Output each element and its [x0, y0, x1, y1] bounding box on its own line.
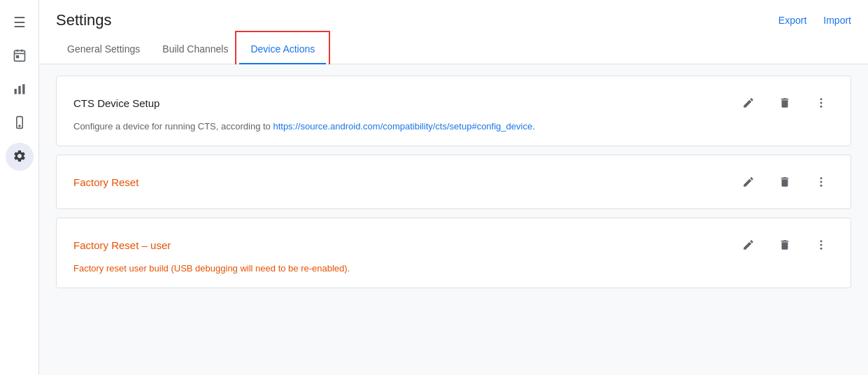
svg-point-13	[820, 177, 823, 179]
svg-point-14	[820, 181, 823, 183]
card-cts-header: CTS Device Setup	[73, 90, 834, 115]
card-cts-title: CTS Device Setup	[73, 97, 159, 109]
sidebar-item-list[interactable]: ☰	[6, 8, 34, 36]
more-factory-reset-user-button[interactable]	[809, 232, 834, 257]
edit-icon	[742, 239, 755, 251]
delete-cts-button[interactable]	[772, 90, 797, 115]
svg-rect-0	[14, 50, 24, 61]
edit-factory-reset-button[interactable]	[736, 169, 761, 194]
svg-point-16	[820, 240, 823, 242]
list-icon: ☰	[13, 15, 26, 29]
card-factory-reset-user-description: Factory reset user build (USB debugging …	[73, 263, 834, 274]
settings-icon	[13, 149, 27, 165]
more-icon	[815, 97, 827, 109]
delete-factory-reset-user-button[interactable]	[772, 232, 797, 257]
edit-icon	[742, 97, 755, 109]
tab-device-actions[interactable]: Device Actions	[239, 35, 326, 64]
delete-icon	[778, 176, 791, 188]
more-factory-reset-button[interactable]	[809, 169, 834, 194]
edit-cts-button[interactable]	[736, 90, 761, 115]
page-header: Settings Export Import	[39, 0, 868, 29]
svg-point-15	[820, 185, 823, 187]
svg-point-18	[820, 248, 823, 250]
delete-factory-reset-button[interactable]	[772, 169, 797, 194]
card-factory-reset-user-actions	[736, 232, 834, 257]
cts-link[interactable]: https://source.android.com/compatibility…	[273, 121, 532, 132]
sidebar-item-calendar[interactable]	[6, 42, 34, 70]
card-factory-reset-user-header: Factory Reset – user	[73, 232, 834, 257]
tab-general-settings[interactable]: General Settings	[56, 35, 151, 64]
device-icon	[13, 115, 27, 132]
tabs-bar: General Settings Build Channels Device A…	[39, 35, 868, 64]
card-factory-reset-user: Factory Reset – user	[56, 218, 851, 288]
sidebar-item-device[interactable]	[6, 109, 34, 137]
import-link[interactable]: Import	[823, 15, 851, 26]
more-icon	[815, 239, 827, 251]
svg-point-17	[820, 244, 823, 246]
svg-rect-5	[14, 89, 16, 94]
svg-point-12	[820, 106, 823, 108]
calendar-icon	[13, 48, 27, 64]
export-link[interactable]: Export	[778, 15, 806, 26]
main-content: Settings Export Import General Settings …	[39, 0, 868, 375]
card-factory-reset: Factory Reset	[56, 155, 851, 209]
svg-point-9	[19, 125, 20, 127]
card-factory-reset-header: Factory Reset	[73, 169, 834, 194]
tab-build-channels[interactable]: Build Channels	[151, 35, 239, 64]
svg-rect-6	[18, 85, 20, 94]
more-cts-button[interactable]	[809, 90, 834, 115]
card-cts-actions	[736, 90, 834, 115]
svg-point-11	[820, 102, 823, 104]
edit-factory-reset-user-button[interactable]	[736, 232, 761, 257]
bar-chart-icon	[13, 82, 27, 98]
header-actions: Export Import	[778, 15, 851, 26]
card-cts-description: Configure a device for running CTS, acco…	[73, 121, 834, 132]
content-area: CTS Device Setup	[39, 64, 868, 375]
card-cts-device-setup: CTS Device Setup	[56, 76, 851, 146]
delete-icon	[778, 239, 791, 251]
sidebar-item-analytics[interactable]	[6, 76, 34, 104]
edit-icon	[742, 176, 755, 188]
svg-point-10	[820, 98, 823, 100]
page-title: Settings	[56, 11, 112, 29]
card-factory-reset-actions	[736, 169, 834, 194]
card-factory-reset-title: Factory Reset	[73, 176, 138, 188]
delete-icon	[778, 97, 791, 109]
svg-rect-7	[22, 84, 24, 94]
more-icon	[815, 176, 827, 188]
sidebar: ☰	[0, 0, 39, 375]
svg-rect-4	[16, 55, 17, 57]
sidebar-item-settings[interactable]	[6, 143, 34, 171]
card-factory-reset-user-title: Factory Reset – user	[73, 239, 171, 251]
